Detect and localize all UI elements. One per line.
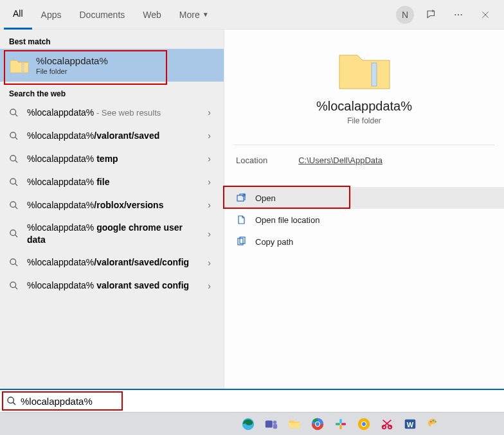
web-result-label: %localappdata%/valorant/saved/config: [27, 256, 204, 269]
search-input[interactable]: [21, 396, 500, 407]
svg-point-2: [461, 13, 462, 15]
chevron-right-icon: ›: [204, 107, 215, 118]
taskbar-slack-icon[interactable]: [332, 415, 350, 433]
best-match-item[interactable]: %localappdata% File folder: [0, 49, 224, 82]
more-options-icon[interactable]: [449, 5, 468, 24]
web-result-item[interactable]: %localappdata% temp›: [0, 147, 224, 170]
location-value[interactable]: C:\Users\Dell\AppData: [298, 155, 382, 165]
web-result-label: %localappdata% temp: [27, 153, 204, 165]
tab-more-label: More: [179, 10, 200, 20]
svg-point-16: [8, 397, 14, 403]
chevron-right-icon: ›: [204, 258, 215, 268]
action-open-location-label: Open file location: [255, 215, 320, 225]
web-result-label: %localappdata%/roblox/versions: [27, 199, 204, 211]
best-match-subtitle: File folder: [36, 67, 108, 75]
best-match-label: Best match: [0, 30, 224, 49]
taskbar-explorer-icon[interactable]: [285, 415, 303, 433]
tab-more[interactable]: More ▼: [170, 0, 218, 30]
taskbar-chrome-icon[interactable]: [309, 415, 327, 433]
best-match-title: %localappdata%: [36, 55, 108, 66]
web-result-label: %localappdata% file: [27, 176, 204, 188]
top-tabbar: All Apps Documents Web More ▼ N: [0, 0, 504, 30]
svg-point-7: [10, 178, 16, 184]
svg-rect-28: [339, 424, 342, 429]
web-result-item[interactable]: %localappdata%/valorant/saved/config›: [0, 251, 224, 274]
svg-text:W: W: [407, 420, 414, 428]
web-result-item[interactable]: %localappdata% file›: [0, 170, 224, 193]
search-icon: [9, 177, 21, 187]
taskbar-paint-icon[interactable]: [424, 415, 442, 433]
tab-web[interactable]: Web: [134, 0, 170, 30]
search-icon: [9, 131, 21, 141]
search-icon: [6, 396, 17, 406]
open-icon: [236, 193, 246, 203]
chevron-down-icon: ▼: [203, 11, 209, 18]
tab-apps[interactable]: Apps: [32, 0, 71, 30]
taskbar-word-icon[interactable]: W: [401, 415, 419, 433]
svg-point-1: [458, 13, 459, 15]
chevron-right-icon: ›: [204, 177, 215, 187]
web-result-item[interactable]: %localappdata% - See web results›: [0, 101, 224, 124]
location-label: Location: [236, 155, 267, 165]
search-icon: [9, 258, 21, 267]
action-copy-path[interactable]: Copy path: [224, 231, 504, 253]
search-icon: [9, 108, 21, 118]
web-result-item[interactable]: %localappdata%/roblox/versions›: [0, 193, 224, 217]
web-result-item[interactable]: %localappdata% google chrome user data›: [0, 217, 224, 251]
taskbar-edge-icon[interactable]: [239, 415, 257, 433]
feedback-icon[interactable]: [422, 5, 441, 24]
taskbar-chrome2-icon[interactable]: [355, 415, 373, 433]
action-open-label: Open: [255, 193, 276, 203]
svg-point-25: [316, 422, 320, 426]
svg-point-9: [10, 230, 16, 236]
preview-folder-icon: [336, 45, 393, 93]
search-icon: [9, 281, 21, 290]
top-right-controls: N: [396, 5, 500, 24]
copy-icon: [236, 236, 246, 247]
svg-point-38: [433, 420, 434, 421]
svg-point-11: [10, 282, 16, 288]
action-open[interactable]: Open: [224, 187, 504, 209]
svg-point-10: [10, 259, 16, 265]
svg-point-4: [10, 109, 16, 114]
svg-rect-12: [372, 63, 377, 86]
svg-rect-27: [336, 423, 340, 425]
user-avatar[interactable]: N: [396, 6, 414, 24]
taskbar-teams-icon[interactable]: [262, 415, 280, 433]
search-bar[interactable]: [0, 389, 504, 412]
svg-rect-21: [289, 423, 300, 428]
chevron-right-icon: ›: [204, 130, 215, 141]
search-icon: [9, 200, 21, 210]
folder-icon: [9, 57, 30, 75]
tab-all[interactable]: All: [4, 0, 32, 30]
search-icon: [9, 229, 21, 238]
chevron-right-icon: ›: [204, 200, 215, 210]
close-icon[interactable]: [476, 5, 495, 24]
chevron-right-icon: ›: [204, 281, 215, 291]
search-web-label: Search the web: [0, 82, 224, 101]
taskbar-snip-icon[interactable]: [378, 415, 396, 433]
svg-rect-20: [273, 424, 277, 429]
svg-point-19: [273, 420, 277, 424]
chevron-right-icon: ›: [204, 154, 215, 164]
svg-point-37: [430, 421, 431, 422]
svg-point-8: [10, 201, 16, 207]
search-icon: [9, 154, 21, 164]
action-copy-path-label: Copy path: [255, 237, 293, 247]
web-result-item[interactable]: %localappdata%/valorant/saved›: [0, 124, 224, 147]
svg-rect-18: [266, 420, 273, 427]
web-result-item[interactable]: %localappdata% valorant saved config›: [0, 274, 224, 297]
taskbar: W: [0, 412, 504, 435]
svg-rect-3: [22, 64, 24, 72]
svg-point-39: [435, 421, 436, 422]
file-location-icon: [236, 215, 246, 225]
action-open-location[interactable]: Open file location: [224, 209, 504, 231]
web-result-label: %localappdata% valorant saved config: [27, 280, 204, 292]
web-result-label: %localappdata%/valorant/saved: [27, 130, 204, 142]
tabs: All Apps Documents Web More ▼: [4, 0, 218, 30]
svg-rect-26: [339, 418, 342, 423]
svg-point-32: [362, 422, 366, 426]
svg-point-0: [455, 13, 456, 15]
preview-subtitle: File folder: [347, 116, 381, 125]
tab-documents[interactable]: Documents: [70, 0, 134, 30]
